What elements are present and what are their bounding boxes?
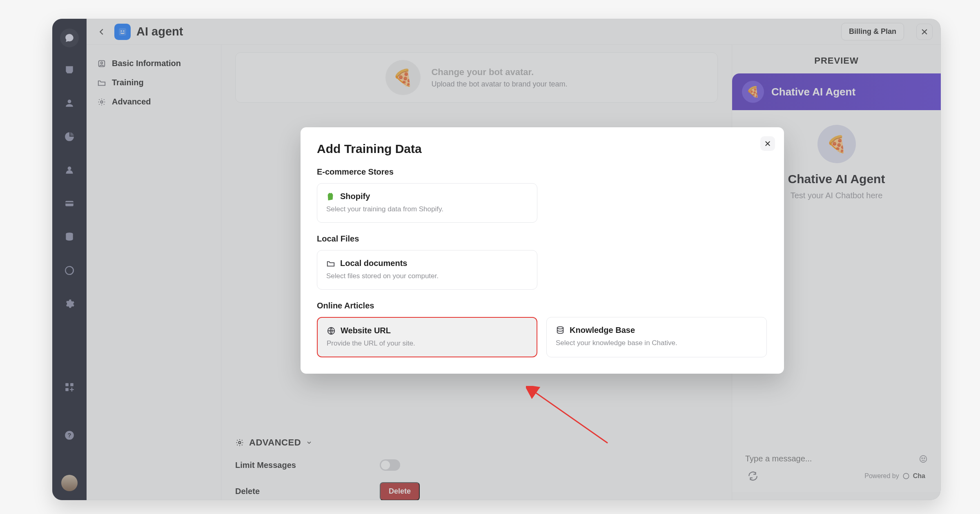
svg-point-22	[557, 326, 564, 329]
option-title: Knowledge Base	[570, 326, 635, 335]
option-knowledge-base[interactable]: Knowledge Base Select your knowledge bas…	[546, 317, 767, 357]
folder-icon	[326, 259, 335, 268]
app-shell: ? AI agent Billing & Plan	[52, 19, 941, 500]
option-subtitle: Select your knowledge base in Chative.	[556, 339, 757, 347]
option-subtitle: Provide the URL of your site.	[327, 339, 528, 348]
section-label-online: Online Articles	[317, 301, 768, 310]
option-subtitle: Select your training data from Shopify.	[326, 205, 528, 213]
section-label-ecommerce: E-commerce Stores	[317, 167, 768, 177]
option-local-documents[interactable]: Local documents Select files stored on y…	[317, 250, 537, 290]
section-label-local: Local Files	[317, 234, 768, 244]
option-shopify[interactable]: Shopify Select your training data from S…	[317, 183, 537, 223]
database-icon	[556, 326, 565, 335]
option-title: Shopify	[340, 192, 370, 201]
option-title: Website URL	[341, 326, 391, 335]
shopify-icon	[326, 192, 335, 201]
modal-close-button[interactable]	[760, 136, 775, 151]
option-subtitle: Select files stored on your computer.	[326, 272, 528, 280]
option-website-url[interactable]: Website URL Provide the URL of your site…	[317, 317, 537, 357]
option-title: Local documents	[340, 259, 407, 268]
add-training-data-modal: Add Training Data E-commerce Stores Shop…	[301, 127, 784, 374]
modal-title: Add Training Data	[317, 142, 768, 156]
globe-icon	[327, 326, 336, 335]
